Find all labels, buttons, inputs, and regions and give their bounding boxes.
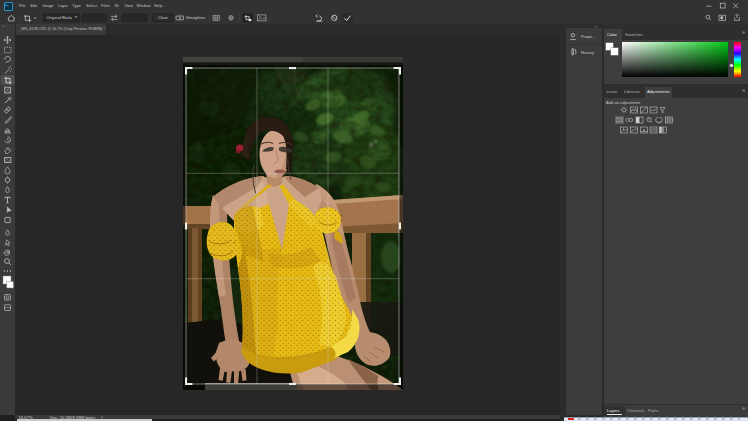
svg-text:Original Ratio: Original Ratio [47, 15, 73, 20]
svg-text:Clear: Clear [158, 15, 169, 20]
svg-text:Straighten: Straighten [186, 15, 206, 20]
